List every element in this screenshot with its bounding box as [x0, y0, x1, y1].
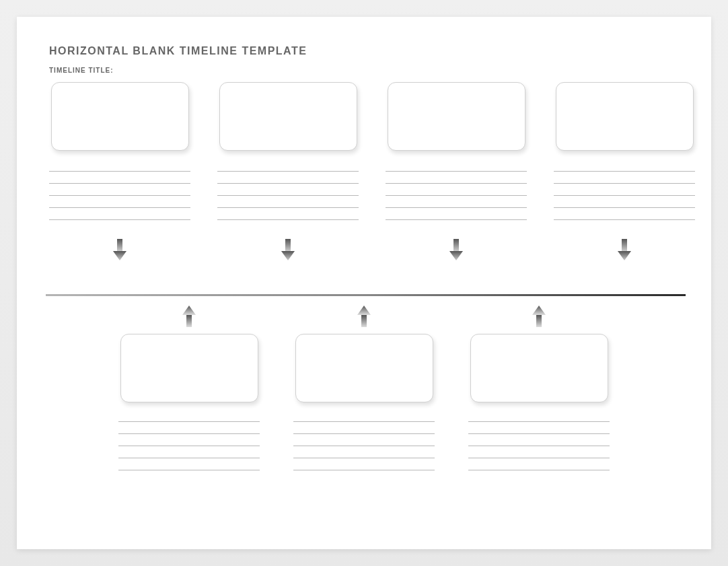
svg-rect-6	[622, 239, 627, 251]
svg-rect-9	[186, 315, 192, 327]
detail-line[interactable]	[293, 446, 435, 446]
detail-line[interactable]	[118, 470, 260, 470]
detail-line[interactable]	[118, 421, 260, 422]
detail-line[interactable]	[49, 183, 190, 184]
arrow-down-icon	[616, 239, 632, 262]
svg-marker-3	[281, 251, 295, 260]
event-box[interactable]	[470, 334, 608, 402]
detail-line[interactable]	[554, 207, 695, 208]
top-events-row	[49, 82, 679, 262]
detail-line[interactable]	[217, 207, 359, 208]
arrow-down-icon	[112, 239, 128, 262]
svg-marker-5	[449, 251, 463, 260]
detail-lines	[118, 421, 260, 470]
svg-rect-11	[361, 315, 367, 327]
timeline-title-label: TIMELINE TITLE:	[49, 67, 679, 74]
detail-lines	[554, 171, 695, 220]
svg-rect-13	[536, 315, 542, 327]
top-event-4	[554, 82, 695, 262]
detail-lines	[468, 421, 610, 470]
detail-line[interactable]	[386, 207, 527, 208]
detail-line[interactable]	[554, 171, 695, 172]
svg-marker-10	[357, 306, 371, 315]
arrow-up-icon	[531, 304, 547, 327]
detail-line[interactable]	[386, 219, 527, 220]
svg-marker-8	[182, 306, 196, 315]
page-title: HORIZONTAL BLANK TIMELINE TEMPLATE	[49, 45, 679, 57]
top-event-2	[217, 82, 359, 262]
event-box[interactable]	[556, 82, 694, 151]
detail-line[interactable]	[386, 183, 527, 184]
detail-line[interactable]	[554, 195, 695, 196]
detail-line[interactable]	[468, 433, 610, 434]
event-box[interactable]	[295, 334, 433, 402]
detail-lines	[386, 171, 527, 220]
bottom-events-row	[49, 304, 679, 470]
detail-line[interactable]	[468, 470, 610, 470]
arrow-down-icon	[280, 239, 296, 262]
detail-lines	[293, 421, 435, 470]
bottom-event-2	[293, 304, 435, 470]
detail-lines	[217, 171, 359, 220]
event-box[interactable]	[51, 82, 189, 151]
detail-line[interactable]	[49, 219, 190, 220]
detail-line[interactable]	[293, 458, 435, 458]
arrow-up-icon	[356, 304, 372, 327]
svg-marker-1	[113, 251, 126, 260]
detail-line[interactable]	[293, 470, 435, 470]
detail-line[interactable]	[49, 171, 190, 172]
event-box[interactable]	[219, 82, 357, 151]
detail-lines	[49, 171, 190, 220]
top-event-1	[49, 82, 190, 262]
detail-line[interactable]	[468, 421, 610, 422]
svg-marker-7	[618, 251, 631, 260]
detail-line[interactable]	[49, 195, 190, 196]
timeline-container	[49, 82, 679, 513]
document-page: HORIZONTAL BLANK TIMELINE TEMPLATE TIMEL…	[17, 17, 711, 549]
event-box[interactable]	[388, 82, 525, 151]
svg-rect-2	[285, 239, 291, 251]
detail-line[interactable]	[118, 446, 260, 446]
detail-line[interactable]	[217, 183, 359, 184]
detail-line[interactable]	[293, 433, 435, 434]
detail-line[interactable]	[217, 195, 359, 196]
arrow-down-icon	[448, 239, 464, 262]
detail-line[interactable]	[554, 219, 695, 220]
bottom-event-1	[118, 304, 260, 470]
timeline-axis	[46, 294, 686, 296]
svg-marker-12	[532, 306, 546, 315]
detail-line[interactable]	[217, 219, 359, 220]
detail-line[interactable]	[554, 183, 695, 184]
top-event-3	[386, 82, 527, 262]
detail-line[interactable]	[293, 421, 435, 422]
detail-line[interactable]	[468, 458, 610, 458]
detail-line[interactable]	[217, 171, 359, 172]
event-box[interactable]	[120, 334, 258, 402]
svg-rect-4	[453, 239, 459, 251]
bottom-event-3	[468, 304, 610, 470]
detail-line[interactable]	[386, 171, 527, 172]
detail-line[interactable]	[386, 195, 527, 196]
detail-line[interactable]	[118, 433, 260, 434]
detail-line[interactable]	[118, 458, 260, 458]
arrow-up-icon	[181, 304, 197, 327]
detail-line[interactable]	[49, 207, 190, 208]
svg-rect-0	[117, 239, 122, 251]
detail-line[interactable]	[468, 446, 610, 446]
